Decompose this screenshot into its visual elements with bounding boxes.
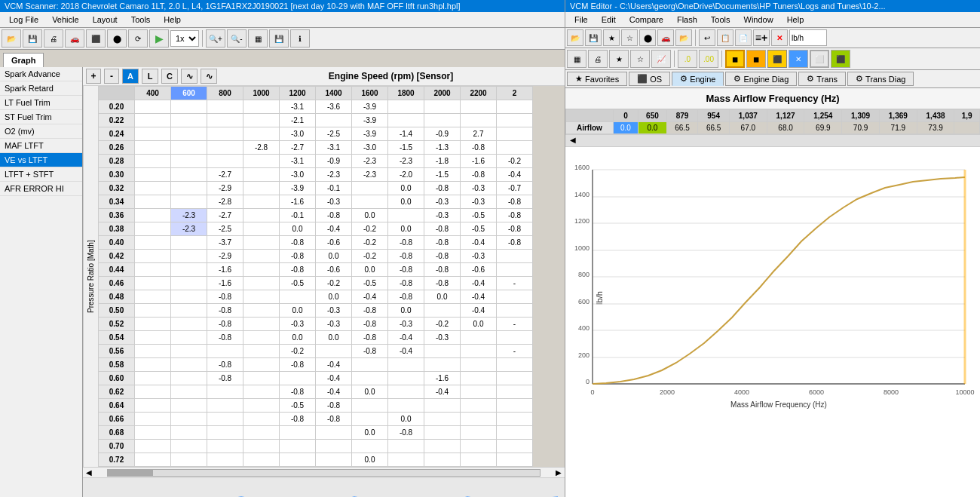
cell-0.38-600[interactable]: -2.3 — [171, 222, 207, 236]
cell-0.22-2200[interactable] — [461, 114, 497, 127]
cell-0.52-1400[interactable]: -0.3 — [316, 318, 352, 331]
cell-0.38-1000[interactable] — [243, 222, 280, 236]
menu-help[interactable]: Help — [158, 14, 187, 26]
cell-0.52-1200[interactable]: -0.3 — [280, 318, 316, 331]
cell-0.50-2200[interactable]: -0.4 — [461, 304, 497, 318]
cell-0.58-1200[interactable]: -0.8 — [280, 358, 316, 372]
cell-0.50-1600[interactable]: -0.8 — [352, 304, 388, 318]
cell-0.66-2000[interactable] — [424, 413, 461, 426]
sidebar-item-spark-advance[interactable]: Spark Advance — [0, 67, 82, 81]
cell-0.52-400[interactable] — [135, 318, 171, 331]
cell-0.48-2200[interactable]: -0.4 — [461, 290, 497, 304]
remove-btn[interactable]: - — [104, 69, 119, 84]
cell-0.28-600[interactable] — [171, 155, 207, 168]
cell-0.60-400[interactable] — [135, 372, 171, 385]
cell-0.54-1800[interactable]: -0.4 — [388, 331, 424, 345]
scrollbar-bottom[interactable]: ◀ ▶ — [83, 467, 565, 477]
car-btn[interactable]: 🚗 — [65, 29, 84, 48]
cell-0.64-1600[interactable] — [352, 399, 388, 413]
cell-0.34-2200[interactable]: -0.3 — [461, 195, 497, 209]
cell-0.46-1000[interactable] — [243, 277, 280, 290]
cell-0.42-1000[interactable] — [243, 250, 280, 263]
cell-0.24-2[interactable] — [497, 127, 533, 141]
cell-0.66-1000[interactable] — [243, 413, 280, 426]
stop-btn[interactable]: ⬛ — [86, 29, 106, 48]
cell-0.30-800[interactable]: -2.7 — [207, 168, 243, 182]
cell-0.26-400[interactable] — [135, 141, 171, 155]
cell-0.30-1000[interactable] — [243, 168, 280, 182]
cell-0.58-800[interactable]: -0.8 — [207, 358, 243, 372]
cell-0.36-1600[interactable]: 0.0 — [352, 209, 388, 222]
cell-0.50-1800[interactable]: 0.0 — [388, 304, 424, 318]
right-menu-help[interactable]: Help — [781, 14, 810, 26]
cell-0.28-1000[interactable] — [243, 155, 280, 168]
wave1-btn[interactable]: ∿ — [181, 69, 198, 84]
cell-0.34-2000[interactable]: -0.3 — [424, 195, 461, 209]
right-menu-tools[interactable]: Tools — [705, 14, 737, 26]
cell-0.56-1200[interactable]: -0.2 — [280, 345, 316, 358]
tb2-grid[interactable]: ▦ — [567, 50, 586, 68]
tb2-chart[interactable]: 📈 — [651, 50, 671, 68]
cell-0.44-800[interactable]: -1.6 — [207, 263, 243, 277]
cell-0.68-400[interactable] — [135, 426, 171, 440]
cell-0.24-1200[interactable]: -3.0 — [280, 127, 316, 141]
cell-0.44-2000[interactable]: -0.8 — [424, 263, 461, 277]
cell-0.24-1800[interactable]: -1.4 — [388, 127, 424, 141]
cell-0.46-1800[interactable]: -0.8 — [388, 277, 424, 290]
cell-0.32-2000[interactable]: -0.8 — [424, 182, 461, 195]
cell-0.24-600[interactable] — [171, 127, 207, 141]
cell-0.70-600[interactable] — [171, 440, 207, 453]
cell-0.68-2[interactable] — [497, 426, 533, 440]
scroll-left-arrow[interactable]: ◀ — [83, 468, 95, 477]
cell-0.70-2200[interactable] — [461, 440, 497, 453]
cell-0.52-1800[interactable]: -0.3 — [388, 318, 424, 331]
cell-0.72-1200[interactable] — [280, 453, 316, 467]
cell-0.30-600[interactable] — [171, 168, 207, 182]
cell-0.60-1600[interactable] — [352, 372, 388, 385]
cell-0.58-1000[interactable] — [243, 358, 280, 372]
cell-0.26-1800[interactable]: -1.5 — [388, 141, 424, 155]
cell-0.66-1400[interactable]: -0.8 — [316, 413, 352, 426]
cell-0.28-1800[interactable]: -2.3 — [388, 155, 424, 168]
cell-0.70-1000[interactable] — [243, 440, 280, 453]
tab-os[interactable]: ⬛ OS — [629, 72, 670, 86]
cell-0.66-800[interactable] — [207, 413, 243, 426]
sidebar-item-st-fuel-trim[interactable]: ST Fuel Trim — [0, 110, 82, 124]
cell-0.28-2200[interactable]: -1.6 — [461, 155, 497, 168]
tb2-star3[interactable]: ★ — [609, 50, 629, 68]
cell-0.36-1400[interactable]: -0.8 — [316, 209, 352, 222]
right-tb-copy[interactable]: 📋 — [717, 29, 733, 46]
cell-0.26-1400[interactable]: -3.1 — [316, 141, 352, 155]
cell-0.38-1200[interactable]: 0.0 — [280, 222, 316, 236]
cell-0.34-1200[interactable]: -1.6 — [280, 195, 316, 209]
cell-0.50-800[interactable]: -0.8 — [207, 304, 243, 318]
cell-0.52-600[interactable] — [171, 318, 207, 331]
cell-0.46-2000[interactable]: -0.8 — [424, 277, 461, 290]
right-menu-flash[interactable]: Flash — [671, 14, 703, 26]
cell-0.30-2200[interactable]: -0.8 — [461, 168, 497, 182]
cell-0.52-2000[interactable]: -0.2 — [424, 318, 461, 331]
cell-0.46-2[interactable]: - — [497, 277, 533, 290]
cell-0.34-800[interactable]: -2.8 — [207, 195, 243, 209]
tb2-dot1[interactable]: .0 — [678, 50, 697, 68]
cell-0.56-2000[interactable] — [424, 345, 461, 358]
cell-0.48-1000[interactable] — [243, 290, 280, 304]
cell-0.68-1600[interactable]: 0.0 — [352, 426, 388, 440]
cell-0.34-1800[interactable]: 0.0 — [388, 195, 424, 209]
cell-0.62-400[interactable] — [135, 385, 171, 399]
cell-0.24-400[interactable] — [135, 127, 171, 141]
cell-0.26-2000[interactable]: -1.3 — [424, 141, 461, 155]
cell-0.72-1800[interactable] — [388, 453, 424, 467]
cell-0.32-1600[interactable] — [352, 182, 388, 195]
cell-0.30-2000[interactable]: -1.5 — [424, 168, 461, 182]
cell-0.20-800[interactable] — [207, 100, 243, 114]
cell-0.50-1400[interactable]: -0.3 — [316, 304, 352, 318]
cell-0.28-800[interactable] — [207, 155, 243, 168]
right-menu-window[interactable]: Window — [738, 14, 779, 26]
tab-trans[interactable]: ⚙ Trans — [798, 72, 846, 86]
cell-0.54-1000[interactable] — [243, 331, 280, 345]
cell-0.40-1200[interactable]: -0.8 — [280, 236, 316, 250]
nav-left-arrow[interactable]: ◀ — [565, 134, 580, 146]
cell-0.42-2[interactable] — [497, 250, 533, 263]
right-tb-folder2[interactable]: 📂 — [675, 29, 692, 46]
